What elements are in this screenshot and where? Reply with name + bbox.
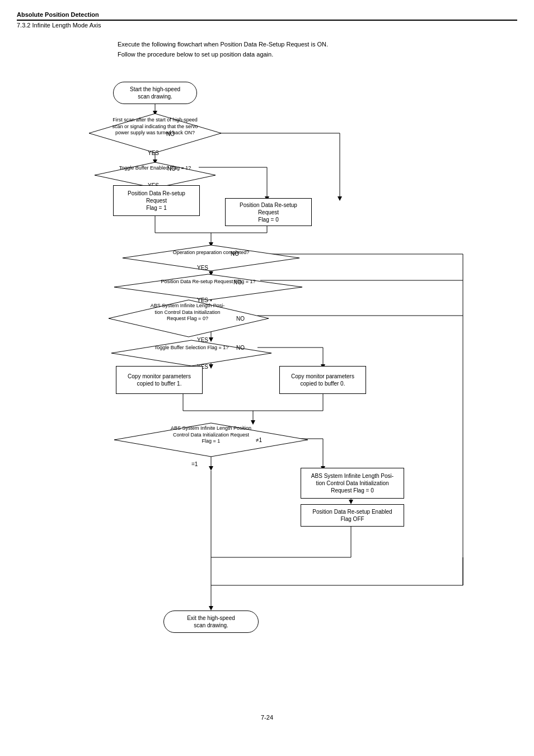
end-shape: Exit the high-speedscan drawing. — [163, 611, 259, 633]
page-number: 7-24 — [17, 714, 517, 721]
abs-init-flag0-shape: ABS System Infinite Length Posi-tion Con… — [301, 468, 404, 499]
copy-buf1-label: Copy monitor parameterscopied to buffer … — [128, 373, 191, 387]
pos-data-req-no-label: NO — [233, 279, 242, 285]
end-label: Exit the high-speedscan drawing. — [187, 614, 235, 629]
pos-data-flag0-shape: Position Data Re-setup RequestFlag = 0 — [225, 198, 312, 226]
svg-marker-51 — [209, 606, 213, 611]
header-title: Absolute Position Detection — [17, 11, 517, 21]
op-prep-yes-label: YES — [197, 265, 208, 271]
pos-data-flag0-label: Position Data Re-setup RequestFlag = 0 — [230, 201, 307, 223]
first-scan-no-label: NO — [166, 131, 175, 137]
intro-line2: Follow the procedure below to set up pos… — [118, 50, 517, 60]
op-prep-shape: Operation preparation completed? — [121, 244, 301, 272]
abs-init-req-shape: ABS System Infinite Length Posi-tion Con… — [107, 299, 270, 338]
copy-buf0-label: Copy monitor parameterscopied to buffer … — [291, 373, 354, 387]
pos-data-flag1-label: Position Data Re-setup RequestFlag = 1 — [118, 190, 195, 212]
toggle-buf-sel-shape: Toggle Buffer Selection Flag = 1? — [110, 339, 273, 367]
svg-marker-43 — [349, 500, 353, 504]
pos-data-flag1-shape: Position Data Re-setup RequestFlag = 1 — [113, 185, 200, 216]
svg-marker-6 — [338, 196, 342, 201]
pos-data-enabled-off-shape: Position Data Re-setup EnabledFlag OFF — [301, 504, 404, 527]
flowchart: Start the high-speedscan drawing. First … — [26, 71, 508, 703]
abs-init-flag2-shape: ABS System Infinite Length PositionContr… — [113, 422, 309, 458]
start-label: Start the high-speedscan drawing. — [130, 86, 180, 100]
copy-buf0-shape: Copy monitor parameterscopied to buffer … — [279, 366, 366, 394]
copy-buf1-shape: Copy monitor parameterscopied to buffer … — [116, 366, 203, 394]
svg-marker-38 — [209, 466, 213, 471]
intro-line1: Execute the following flowchart when Pos… — [118, 40, 517, 50]
op-prep-no-label: NO — [231, 251, 239, 257]
abs-init-no-label: NO — [236, 316, 245, 322]
abs-init-flag0-label: ABS System Infinite Length Posi-tion Con… — [311, 472, 394, 494]
pos-data-enabled-off-label: Position Data Re-setup EnabledFlag OFF — [312, 508, 392, 523]
page: Absolute Position Detection 7.3.2 Infini… — [0, 0, 534, 732]
start-shape: Start the high-speedscan drawing. — [113, 82, 197, 104]
header-subtitle: 7.3.2 Infinite Length Mode Axis — [17, 22, 517, 29]
abs-init2-neq1-label: ≠1 — [256, 437, 262, 443]
intro-text: Execute the following flowchart when Pos… — [118, 40, 517, 59]
toggle-buf-en-no-label: NO — [167, 166, 176, 172]
abs-init2-eq1-label: =1 — [191, 461, 198, 467]
first-scan-yes-label: YES — [148, 150, 159, 156]
toggle-buf-sel-no-label: NO — [236, 345, 245, 351]
first-scan-shape: First scan after the start of high-speed… — [88, 112, 222, 154]
